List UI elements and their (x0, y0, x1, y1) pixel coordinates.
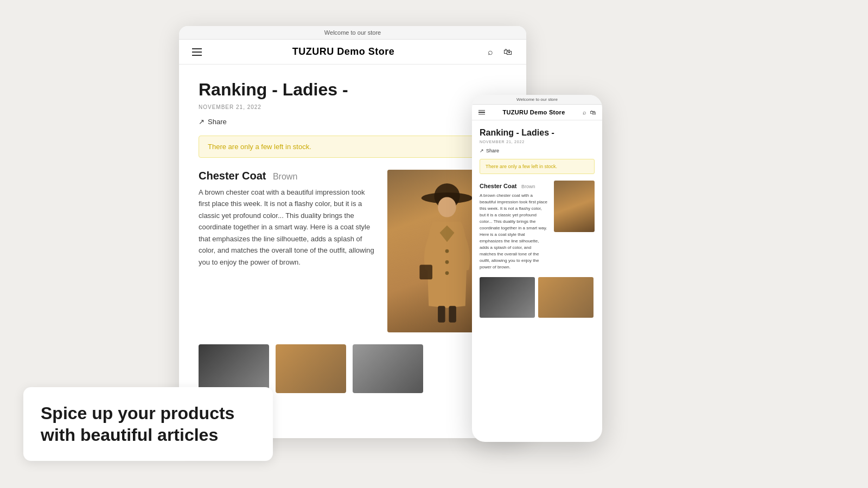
phone-share-button[interactable]: ↗ Share (480, 148, 595, 153)
tablet-product-color: Brown (273, 172, 297, 181)
phone-thumb-2 (538, 277, 593, 318)
svg-point-2 (438, 197, 456, 217)
phone-article-title: Ranking - Ladies - (480, 128, 595, 138)
tablet-thumb-2 (276, 344, 346, 393)
tablet-thumb-1 (199, 344, 269, 393)
tablet-store-bar: Welcome to our store (179, 26, 526, 40)
tablet-product-name-line: Chester Coat Brown (199, 170, 374, 182)
tablet-product-name: Chester Coat (199, 170, 266, 182)
tagline-card: Spice up your products with beautiful ar… (23, 387, 273, 461)
svg-rect-8 (449, 306, 456, 322)
phone-store-title: TUZURU Demo Store (502, 109, 565, 115)
share-label: Share (208, 118, 227, 126)
tablet-stock-notice: There are only a few left in stock. (199, 136, 507, 158)
tablet-nav: TUZURU Demo Store ⌕ 🛍 (179, 40, 526, 65)
svg-rect-7 (438, 306, 445, 322)
tablet-thumb-3 (353, 344, 423, 393)
phone-thumb-1 (480, 277, 535, 318)
phone-product-name: Chester Coat (480, 183, 516, 189)
phone-hamburger-icon[interactable] (478, 110, 485, 115)
tablet-product-desc: A brown chester coat with a beautiful im… (199, 187, 374, 268)
phone-search-icon[interactable]: ⌕ (583, 109, 586, 115)
phone-nav: TUZURU Demo Store ⌕ 🛍 (472, 105, 602, 120)
tablet-store-title: TUZURU Demo Store (292, 46, 395, 57)
phone-product-section: Chester Coat Brown A brown chester coat … (480, 181, 595, 271)
tablet-search-icon[interactable]: ⌕ (485, 47, 496, 57)
phone-cart-icon[interactable]: 🛍 (590, 109, 596, 115)
phone-stock-notice: There are only a few left in stock. (480, 159, 595, 174)
phone-product-desc: A brown chester coat with a beautiful im… (480, 192, 548, 271)
tablet-article-title: Ranking - Ladies - (199, 80, 507, 100)
tablet-product-section: Chester Coat Brown A brown chester coat … (199, 170, 507, 332)
phone-product-text: Chester Coat Brown A brown chester coat … (480, 181, 548, 271)
phone-product-name-line: Chester Coat Brown (480, 181, 548, 190)
phone-product-color: Brown (521, 184, 535, 189)
phone-product-image (554, 181, 595, 232)
phone-share-icon: ↗ (480, 148, 484, 153)
phone-nav-icons: ⌕ 🛍 (583, 109, 596, 115)
phone-article-date: NOVEMBER 21, 2022 (480, 140, 595, 144)
tablet-share-button[interactable]: ↗ Share (199, 118, 507, 126)
svg-rect-6 (419, 265, 432, 279)
phone-share-label: Share (486, 148, 499, 153)
tagline-text: Spice up your products with beautiful ar… (41, 402, 256, 446)
share-icon: ↗ (199, 118, 205, 126)
phone-store-bar: Welcome to our store (472, 95, 602, 105)
svg-point-4 (445, 260, 449, 264)
tablet-cart-icon[interactable]: 🛍 (502, 47, 513, 57)
phone-mockup: Welcome to our store TUZURU Demo Store ⌕… (472, 95, 602, 442)
phone-content: Ranking - Ladies - NOVEMBER 21, 2022 ↗ S… (472, 120, 602, 325)
tablet-nav-icons: ⌕ 🛍 (485, 47, 513, 57)
tablet-product-text: Chester Coat Brown A brown chester coat … (199, 170, 374, 268)
svg-point-5 (445, 271, 449, 275)
tablet-hamburger-icon[interactable] (192, 48, 202, 56)
phone-bottom-thumbnails (480, 277, 595, 318)
svg-point-3 (445, 249, 449, 253)
tablet-bottom-thumbnails (199, 344, 507, 393)
tablet-article-date: NOVEMBER 21, 2022 (199, 104, 507, 110)
